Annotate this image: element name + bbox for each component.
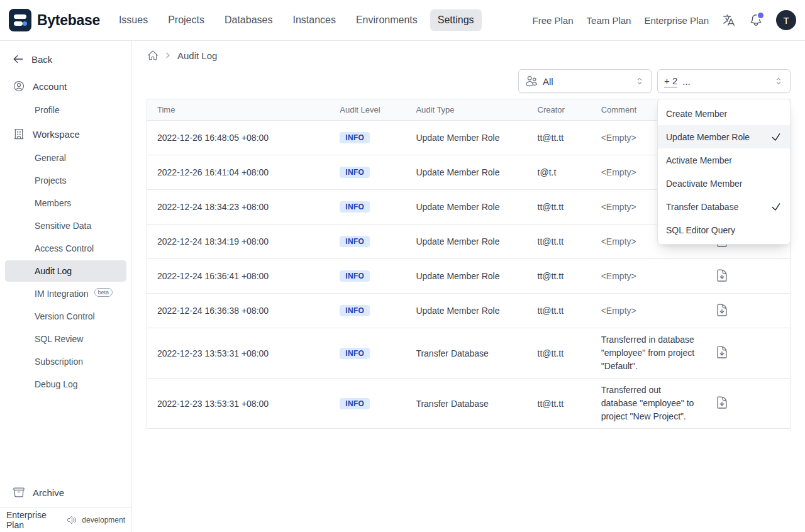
download-file-icon — [715, 269, 729, 282]
archive-label: Archive — [33, 487, 64, 498]
bytebase-logo[interactable]: Bytebase — [9, 9, 100, 31]
sidebar-footer: Enterprise Plan development — [0, 507, 131, 532]
audit-creator: tt@tt.tt — [528, 379, 591, 429]
back-label: Back — [31, 54, 52, 65]
sidebar-item-projects[interactable]: Projects — [5, 170, 126, 191]
audit-time: 2022-12-23 13:53:31 +08:00 — [147, 328, 330, 379]
audit-type: Transfer Database — [406, 379, 527, 429]
enterprise-plan-link[interactable]: Enterprise Plan — [644, 15, 709, 26]
menu-item-create-member[interactable]: Create Member — [658, 102, 790, 125]
archive-box-icon — [13, 486, 25, 499]
audit-level-cell: INFO — [330, 190, 406, 224]
audit-actions-cell — [705, 259, 790, 294]
audit-level-cell: INFO — [330, 294, 406, 328]
translate-icon[interactable] — [722, 13, 736, 27]
menu-item-label: Create Member — [666, 109, 727, 119]
avatar[interactable]: T — [776, 10, 796, 30]
sidebar-section-account: Account — [0, 74, 131, 99]
sidebar-item-archive[interactable]: Archive — [0, 480, 131, 505]
audit-actions-cell — [705, 379, 790, 429]
table-row: 2022-12-24 16:36:38 +08:00 INFO Update M… — [147, 294, 790, 328]
nav-item-instances[interactable]: Instances — [285, 9, 343, 31]
table-row: 2022-12-24 16:36:41 +08:00 INFO Update M… — [147, 259, 790, 294]
audit-level-cell: INFO — [330, 224, 406, 259]
audit-comment: <Empty> — [591, 294, 705, 328]
audit-creator: tt@tt.tt — [528, 190, 591, 224]
audit-comment: Transferred in database "employee" from … — [591, 328, 705, 379]
menu-item-label: Update Member Role — [666, 132, 750, 142]
audit-level-cell: INFO — [330, 121, 406, 155]
section-label: Account — [33, 81, 67, 92]
sidebar-item-sql-review[interactable]: SQL Review — [5, 328, 126, 350]
team-plan-link[interactable]: Team Plan — [587, 15, 631, 26]
free-plan-link[interactable]: Free Plan — [533, 15, 574, 26]
export-row-button[interactable] — [715, 396, 729, 409]
notification-dot — [757, 11, 765, 19]
sidebar-item-audit-log[interactable]: Audit Log — [5, 260, 126, 282]
sidebar-item-access-control[interactable]: Access Control — [5, 238, 126, 259]
audit-level-badge: INFO — [340, 348, 370, 359]
audit-time: 2022-12-24 18:34:23 +08:00 — [147, 190, 330, 224]
topbar-right: Free Plan Team Plan Enterprise Plan T — [533, 10, 796, 30]
sidebar-item-profile[interactable]: Profile — [5, 99, 126, 121]
table-row: 2022-12-23 13:53:31 +08:00 INFO Transfer… — [147, 328, 790, 379]
export-row-button[interactable] — [715, 345, 729, 359]
export-row-button[interactable] — [715, 303, 729, 317]
nav-item-environments[interactable]: Environments — [348, 9, 425, 31]
breadcrumb-current: Audit Log — [177, 50, 217, 61]
audit-type-filter-select[interactable]: + 2 ... — [657, 69, 791, 93]
sidebar-item-general[interactable]: General — [5, 147, 126, 169]
members-icon — [525, 75, 538, 87]
audit-actions-cell — [705, 294, 790, 328]
audit-level-cell: INFO — [330, 379, 406, 429]
user-circle-icon — [13, 80, 25, 92]
menu-item-deactivate-member[interactable]: Deactivate Member — [658, 172, 790, 195]
audit-level-badge: INFO — [340, 201, 370, 213]
audit-creator: tt@tt.tt — [528, 328, 591, 379]
download-file-icon — [715, 396, 729, 409]
section-label: Workspace — [33, 129, 80, 140]
col-header-creator: Creator — [528, 99, 591, 121]
home-icon[interactable] — [147, 50, 158, 61]
sidebar-section-workspace: Workspace — [0, 121, 131, 147]
nav-item-settings[interactable]: Settings — [430, 9, 482, 31]
top-navbar: Bytebase Issues Projects Databases Insta… — [0, 0, 805, 41]
sidebar-item-im-integration[interactable]: IM Integration beta — [5, 283, 126, 304]
sidebar-item-subscription[interactable]: Subscription — [5, 351, 126, 372]
audit-time: 2022-12-26 16:48:05 +08:00 — [147, 121, 330, 155]
notifications-bell-icon[interactable] — [749, 13, 763, 27]
beta-badge: beta — [94, 288, 113, 297]
nav-item-databases[interactable]: Databases — [217, 9, 280, 31]
menu-item-sql-editor-query[interactable]: SQL Editor Query — [658, 218, 790, 241]
audit-level-cell: INFO — [330, 328, 406, 379]
audit-level-badge: INFO — [340, 236, 370, 247]
workspace-icon — [13, 128, 25, 140]
menu-item-activate-member[interactable]: Activate Member — [658, 148, 790, 172]
page: Bytebase Issues Projects Databases Insta… — [0, 0, 805, 532]
chevron-up-down-icon — [635, 76, 645, 86]
sidebar-item-debug-log[interactable]: Debug Log — [5, 374, 126, 395]
creator-filter-select[interactable]: All — [518, 69, 652, 93]
menu-item-label: Deactivate Member — [666, 179, 742, 189]
audit-type: Transfer Database — [406, 328, 527, 379]
sidebar-item-version-control[interactable]: Version Control — [5, 306, 126, 327]
nav-item-projects[interactable]: Projects — [160, 9, 212, 31]
menu-item-transfer-database[interactable]: Transfer Database — [658, 195, 790, 218]
col-header-audit-level: Audit Level — [330, 99, 406, 121]
audit-time: 2022-12-24 16:36:38 +08:00 — [147, 294, 330, 328]
sidebar-item-members[interactable]: Members — [5, 192, 126, 214]
speaker-icon[interactable] — [67, 515, 77, 525]
footer-plan-label: Enterprise Plan — [6, 510, 62, 530]
audit-creator: t@t.t — [528, 155, 591, 190]
type-filter-suffix: ... — [682, 76, 691, 87]
back-button[interactable]: Back — [0, 47, 131, 74]
audit-time: 2022-12-23 13:53:31 +08:00 — [147, 379, 330, 429]
menu-item-update-member-role[interactable]: Update Member Role — [658, 125, 790, 148]
environment-label: development — [82, 516, 125, 524]
sidebar-item-sensitive-data[interactable]: Sensitive Data — [5, 215, 126, 236]
export-row-button[interactable] — [715, 269, 729, 282]
nav-item-issues[interactable]: Issues — [111, 9, 155, 31]
download-file-icon — [715, 345, 729, 359]
settings-sidebar: Back Account Profile Workspace General P… — [0, 41, 132, 532]
check-icon — [770, 201, 782, 213]
